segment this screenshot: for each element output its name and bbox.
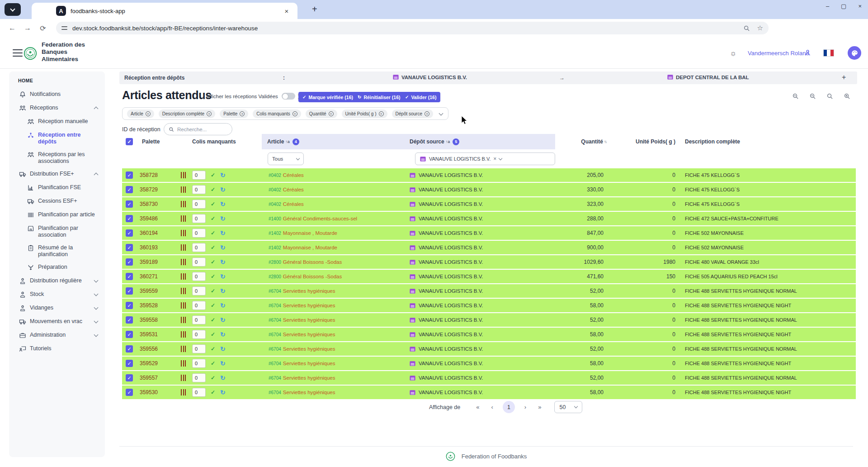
row-checkbox[interactable]: ✓ [126, 172, 133, 179]
missing-count-input[interactable]: 0 [192, 315, 206, 324]
barcode-icon[interactable] [181, 346, 187, 352]
row-checkbox[interactable]: ✓ [126, 316, 133, 324]
zoom-out-icon[interactable] [792, 93, 799, 100]
theme-toggle-icon[interactable]: ☼ [730, 49, 737, 58]
row-checkbox[interactable]: ✓ [126, 374, 133, 381]
sidebar-item-cessions-esf-[interactable]: Cessions ESF+ [9, 195, 105, 208]
last-page-button[interactable]: » [538, 404, 541, 410]
bookmark-star-icon[interactable]: ☆ [757, 24, 763, 32]
barcode-icon[interactable] [181, 331, 187, 338]
sidebar-item-notifications[interactable]: Notifications [9, 88, 105, 101]
missing-count-input[interactable]: 0 [192, 373, 206, 382]
sort-updown-icon[interactable]: ↑↓ [604, 139, 606, 144]
reset-row-icon[interactable]: ↻ [220, 302, 226, 309]
sidebar-item-tutoriels[interactable]: Tutoriels [9, 342, 105, 356]
address-bar[interactable]: dev.stock.foodbanksit.be/stock/app/fr-BE… [56, 22, 769, 34]
col-depot[interactable]: Dépôt source [410, 138, 444, 145]
filter-chip-colis-manquants[interactable]: Colis manquants× [253, 110, 301, 118]
missing-count-input[interactable]: 0 [192, 330, 206, 339]
reset-row-icon[interactable]: ↻ [220, 331, 226, 338]
barcode-icon[interactable] [181, 389, 187, 396]
missing-count-input[interactable]: 0 [192, 185, 206, 194]
barcode-icon[interactable] [181, 215, 187, 222]
reset-row-icon[interactable]: ↻ [220, 345, 226, 353]
current-page[interactable]: 1 [503, 401, 515, 413]
row-checkbox[interactable]: ✓ [126, 215, 133, 222]
reload-icon[interactable]: ⟳ [35, 24, 51, 33]
remove-filter-icon[interactable]: × [379, 111, 384, 116]
verify-check-icon[interactable]: ✓ [211, 346, 215, 352]
sidebar-item-planification-fse[interactable]: Planification FSE [9, 181, 105, 195]
reset-row-icon[interactable]: ↻ [220, 389, 226, 396]
barcode-icon[interactable] [181, 172, 187, 178]
sidebar-item-administration[interactable]: Administration [9, 329, 105, 342]
sort-asc-icon[interactable]: ↑a [285, 139, 290, 144]
missing-count-input[interactable]: 0 [192, 359, 206, 368]
missing-count-input[interactable]: 0 [192, 286, 206, 295]
verify-check-icon[interactable]: ✓ [211, 215, 215, 222]
verify-check-icon[interactable]: ✓ [211, 331, 215, 338]
barcode-icon[interactable] [181, 288, 187, 294]
reset-row-icon[interactable]: ↻ [220, 258, 226, 266]
verify-check-icon[interactable]: ✓ [211, 201, 215, 207]
missing-count-input[interactable]: 0 [192, 171, 206, 180]
reset-row-icon[interactable]: ↻ [220, 273, 226, 280]
verify-check-icon[interactable]: ✓ [211, 273, 215, 280]
missing-count-input[interactable]: 0 [192, 229, 206, 238]
remove-filter-icon[interactable]: × [207, 111, 212, 116]
clear-filter-icon[interactable]: × [493, 156, 496, 162]
verify-check-icon[interactable]: ✓ [211, 259, 215, 265]
filter-chip-d-p-t-source[interactable]: Dépôt source× [392, 110, 433, 118]
forward-icon[interactable]: → [20, 24, 35, 32]
barcode-icon[interactable] [181, 273, 187, 280]
verify-check-icon[interactable]: ✓ [211, 186, 215, 193]
prev-page-button[interactable]: ‹ [491, 404, 493, 410]
sidebar-item-mouvements-en-vrac[interactable]: Mouvements en vrac [9, 315, 105, 329]
col-description[interactable]: Description complète [685, 138, 740, 145]
row-checkbox[interactable]: ✓ [126, 229, 133, 237]
sidebar-item-distribution-r-guli-re[interactable]: Distribution régulière [9, 274, 105, 288]
sidebar-item-distribution-fse-[interactable]: Distribution FSE+ [9, 167, 105, 181]
col-article[interactable]: Article [267, 138, 284, 145]
hamburger-menu-icon[interactable] [13, 49, 23, 57]
filter-chip-article[interactable]: Article× [127, 110, 154, 118]
reset-row-icon[interactable]: ↻ [220, 200, 226, 208]
reset-row-icon[interactable]: ↻ [220, 316, 226, 324]
reset-row-icon[interactable]: ↻ [220, 360, 226, 367]
filter-chip-unit-poids-g-[interactable]: Unité Poids( g )× [342, 110, 387, 118]
missing-count-input[interactable]: 0 [192, 257, 206, 267]
row-checkbox[interactable]: ✓ [126, 186, 133, 193]
sidebar-item-r-ception-entre-d-p-ts[interactable]: Réception entre dépôts [9, 129, 105, 148]
barcode-icon[interactable] [181, 302, 187, 309]
row-checkbox[interactable]: ✓ [126, 302, 133, 309]
row-checkbox[interactable]: ✓ [126, 345, 133, 353]
row-checkbox[interactable]: ✓ [126, 200, 133, 208]
filter-chip-description-compl-te[interactable]: Description complète× [159, 110, 215, 118]
reset-row-icon[interactable]: ↻ [220, 172, 226, 179]
zoom-out-icon[interactable] [809, 93, 816, 100]
filter-chip-quantit-[interactable]: Quantité× [306, 110, 337, 118]
reset-row-icon[interactable]: ↻ [220, 287, 226, 295]
mark-verified-button[interactable]: ✓Marque vérifiée (16) [298, 92, 357, 102]
missing-count-input[interactable]: 0 [192, 301, 206, 310]
sidebar-item-r-ceptions-par-les-associations[interactable]: Réceptions par les associations [9, 148, 105, 167]
back-icon[interactable]: ← [5, 24, 20, 32]
remove-filter-icon[interactable]: × [146, 111, 151, 116]
col-unit[interactable]: Unité Poids( g ) [636, 138, 675, 145]
sidebar-item-vidanges[interactable]: Vidanges [9, 301, 105, 315]
row-checkbox[interactable]: ✓ [126, 273, 133, 280]
verify-check-icon[interactable]: ✓ [211, 317, 215, 323]
zoom-in-icon[interactable] [844, 93, 850, 100]
search-icon[interactable] [826, 93, 833, 100]
next-page-button[interactable]: › [524, 404, 526, 410]
reset-row-icon[interactable]: ↻ [220, 374, 226, 381]
missing-count-input[interactable]: 0 [192, 388, 206, 397]
barcode-icon[interactable] [181, 317, 187, 323]
barcode-icon[interactable] [181, 259, 187, 265]
verify-check-icon[interactable]: ✓ [211, 230, 215, 236]
sidebar-item-pr-paration[interactable]: Préparation [9, 261, 105, 274]
remove-filter-icon[interactable]: × [425, 111, 429, 116]
col-palette[interactable]: Palette [142, 138, 160, 145]
reset-row-icon[interactable]: ↻ [220, 186, 226, 193]
remove-filter-icon[interactable]: × [240, 111, 245, 116]
